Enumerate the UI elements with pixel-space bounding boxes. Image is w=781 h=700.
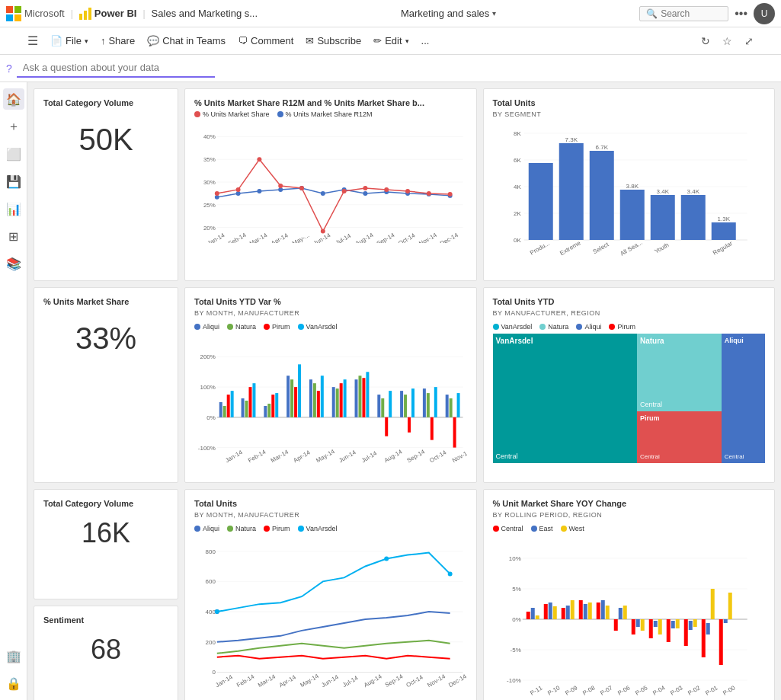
ytd-var-chart-svg: 200% 100% 0% -100% xyxy=(194,334,467,471)
chat-button[interactable]: 💬 Chat in Teams xyxy=(147,35,226,46)
svg-rect-210 xyxy=(693,619,696,627)
search-icon: 🔍 xyxy=(646,8,658,19)
nav-data-hub-icon[interactable]: 💾 xyxy=(3,171,24,192)
share-button[interactable]: ↑ Share xyxy=(101,35,135,46)
svg-text:600: 600 xyxy=(206,578,216,585)
svg-text:Dec-14: Dec-14 xyxy=(447,673,466,689)
qa-input[interactable] xyxy=(23,62,190,73)
svg-text:30%: 30% xyxy=(203,179,216,186)
avatar[interactable]: U xyxy=(754,3,775,24)
label-pirum3: Pirum xyxy=(272,525,290,532)
dot-vanarsdel xyxy=(298,324,304,330)
svg-text:Jan-14: Jan-14 xyxy=(224,449,244,464)
svg-text:Jul-14: Jul-14 xyxy=(334,232,353,243)
svg-text:4K: 4K xyxy=(513,184,520,190)
svg-rect-106 xyxy=(309,379,312,417)
legend-label-red: % Units Market Share xyxy=(203,110,270,118)
legend-dot-red xyxy=(194,111,200,117)
svg-text:Jun-14: Jun-14 xyxy=(320,673,340,689)
svg-rect-182 xyxy=(530,608,534,619)
nav-metrics-icon[interactable]: 📊 xyxy=(3,198,24,219)
hamburger-icon[interactable]: ☰ xyxy=(27,34,38,48)
svg-text:May-14: May-14 xyxy=(299,673,321,689)
svg-point-156 xyxy=(215,609,219,614)
svg-rect-97 xyxy=(252,383,255,417)
ytd-var-pct-card: Total Units YTD Var % BY MONTH, MANUFACT… xyxy=(184,287,477,483)
svg-rect-187 xyxy=(561,608,565,619)
comment-button[interactable]: 🗨 Comment xyxy=(238,35,293,46)
legend-dot-blue xyxy=(277,111,283,117)
bookmark-icon[interactable]: ☆ xyxy=(722,35,732,47)
pct-market-share-value: 33% xyxy=(43,321,168,356)
svg-rect-205 xyxy=(666,619,670,642)
svg-rect-64 xyxy=(559,143,583,240)
svg-text:Select: Select xyxy=(591,241,610,255)
total-units-line-title: Total Units xyxy=(194,499,467,508)
label-west: West xyxy=(569,525,584,532)
edit-label: Edit xyxy=(385,35,402,46)
svg-text:May-14: May-14 xyxy=(315,448,336,464)
label-pirum: Pirum xyxy=(272,323,290,331)
dot-west xyxy=(561,526,567,532)
nav-apps-icon[interactable]: ⊞ xyxy=(3,225,24,247)
svg-rect-201 xyxy=(640,619,644,631)
edit-chevron-icon: ▾ xyxy=(405,37,409,45)
toolbar-more-button[interactable]: ... xyxy=(421,35,430,46)
ytd-var-subtitle: BY MONTH, MANUFACTURER xyxy=(194,309,467,317)
svg-text:6.7K: 6.7K xyxy=(595,144,608,151)
subscribe-button[interactable]: ✉ Subscribe xyxy=(306,35,361,46)
svg-text:Sep-14: Sep-14 xyxy=(384,673,405,689)
label-vanarsdel: VanArsdel xyxy=(306,323,338,331)
treemap-aliqui-region: Central xyxy=(725,453,762,460)
teams-icon: 💬 xyxy=(147,35,159,46)
svg-rect-198 xyxy=(623,606,626,619)
svg-text:P-06: P-06 xyxy=(616,684,632,697)
file-button[interactable]: 📄 File ▾ xyxy=(50,35,88,46)
subscribe-label: Subscribe xyxy=(317,35,361,46)
dot-pirum xyxy=(264,324,270,330)
nav-deployment-icon[interactable]: 🔒 xyxy=(3,673,24,694)
label-aliqui2: Aliqui xyxy=(584,323,601,331)
svg-rect-112 xyxy=(340,383,343,417)
svg-rect-70 xyxy=(650,195,674,240)
label-natura2: Natura xyxy=(548,323,568,331)
dot-natura3 xyxy=(227,526,233,532)
ytd-treemap-title: Total Units YTD xyxy=(493,297,766,306)
yoy-change-title: % Unit Market Share YOY Change xyxy=(493,499,766,508)
pct-units-market-share-card: % Units Market Share 33% xyxy=(34,287,178,483)
dot-aliqui2 xyxy=(576,324,582,330)
search-input[interactable] xyxy=(661,8,722,19)
workspace-selector[interactable]: Marketing and sales ▾ xyxy=(401,8,496,19)
svg-text:Feb-14: Feb-14 xyxy=(227,232,248,243)
fullscreen-icon[interactable]: ⤢ xyxy=(744,35,754,47)
nav-home-icon[interactable]: 🏠 xyxy=(3,88,24,110)
svg-text:200: 200 xyxy=(206,639,216,646)
svg-text:Sep-14: Sep-14 xyxy=(376,232,396,243)
refresh-icon[interactable]: ↻ xyxy=(701,35,710,47)
qa-input-area[interactable] xyxy=(17,59,215,78)
svg-rect-129 xyxy=(434,387,437,417)
legend-west: West xyxy=(561,525,584,532)
svg-text:P-11: P-11 xyxy=(529,684,544,697)
svg-rect-185 xyxy=(548,603,552,619)
more-options-button[interactable]: ••• xyxy=(735,7,747,21)
edit-button[interactable]: ✏ Edit ▾ xyxy=(373,35,408,46)
nav-workspaces-icon[interactable]: 🏢 xyxy=(3,645,24,666)
nav-browse-icon[interactable]: ⬜ xyxy=(3,143,24,165)
svg-text:Apr-14: Apr-14 xyxy=(278,673,298,689)
svg-rect-99 xyxy=(267,404,270,417)
label-natura: Natura xyxy=(235,323,256,331)
svg-text:-5%: -5% xyxy=(510,647,520,654)
search-box[interactable]: 🔍 xyxy=(639,6,728,21)
svg-text:0: 0 xyxy=(212,669,216,676)
svg-rect-120 xyxy=(385,417,388,436)
comment-icon: 🗨 xyxy=(238,35,248,46)
nav-create-icon[interactable]: ＋ xyxy=(3,116,24,137)
nav-learn-icon[interactable]: 📚 xyxy=(3,253,24,274)
chat-label: Chat in Teams xyxy=(162,35,226,46)
treemap-visual: VanArsdel Central Natura Central Aliqui … xyxy=(493,334,766,463)
top-bar: Microsoft | Power BI | Sales and Marketi… xyxy=(0,0,781,27)
svg-text:May-...: May-... xyxy=(291,232,311,243)
treemap-natura-region: Central xyxy=(640,401,719,408)
svg-rect-66 xyxy=(589,151,613,240)
